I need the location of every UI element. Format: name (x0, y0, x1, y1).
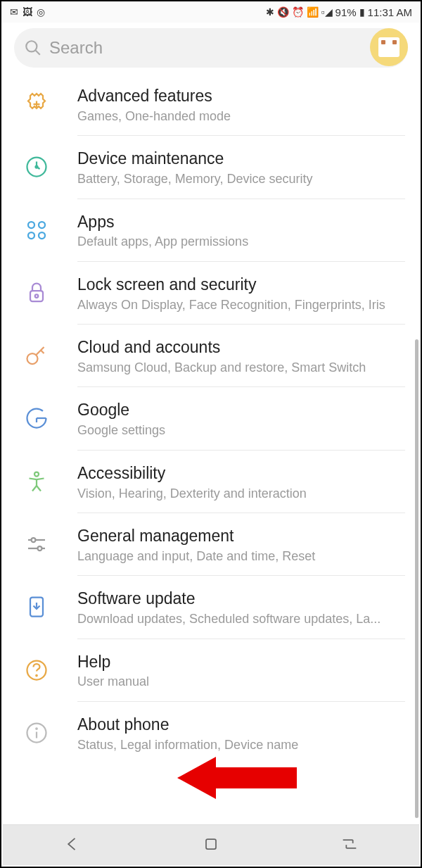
settings-list: Advanced features Games, One-handed mode… (1, 73, 421, 826)
setting-item-device-maintenance[interactable]: Device maintenance Battery, Storage, Mem… (1, 136, 421, 199)
svg-marker-24 (177, 757, 297, 799)
setting-title: Advanced features (77, 86, 405, 107)
setting-title: Device maintenance (77, 149, 405, 170)
accessibility-icon (21, 466, 52, 497)
setting-subtitle: Default apps, App permissions (77, 234, 405, 250)
setting-item-software-update[interactable]: Software update Download updates, Schedu… (1, 576, 421, 639)
setting-title: Accessibility (77, 463, 405, 484)
setting-item-general-management[interactable]: General management Language and input, D… (1, 513, 421, 576)
update-icon (21, 591, 52, 622)
status-right-icons: ✱ 🔇 ⏰ 📶 ▫◢ 91% ▮ 11:31 AM (266, 6, 412, 18)
battery-text: 91% (335, 6, 357, 18)
mute-icon: 🔇 (277, 6, 289, 18)
setting-item-help[interactable]: Help User manual (1, 639, 421, 702)
svg-point-9 (39, 232, 45, 239)
svg-point-15 (32, 538, 36, 542)
home-button[interactable] (201, 834, 221, 857)
setting-title: Help (77, 652, 405, 673)
svg-point-6 (28, 222, 34, 228)
lock-icon (21, 277, 52, 308)
setting-subtitle: Battery, Storage, Memory, Device securit… (77, 171, 405, 187)
svg-point-11 (35, 294, 39, 298)
setting-title: Lock screen and security (77, 275, 405, 296)
apps-icon (21, 215, 52, 246)
advanced-features-icon (21, 89, 52, 120)
setting-subtitle: User manual (77, 674, 405, 690)
mail-icon: ✉ (10, 6, 18, 18)
battery-icon: ▮ (359, 6, 365, 18)
instagram-icon: ◎ (37, 6, 45, 18)
bluetooth-icon: ✱ (266, 6, 274, 18)
google-icon (21, 403, 52, 434)
search-bar[interactable]: Search 🎤 (14, 28, 408, 68)
setting-subtitle: Always On Display, Face Recognition, Fin… (77, 297, 405, 313)
status-time: 11:31 AM (368, 6, 412, 18)
setting-title: General management (77, 526, 405, 547)
setting-title: Google (77, 400, 405, 421)
setting-title: About phone (77, 715, 405, 736)
setting-item-accessibility[interactable]: Accessibility Vision, Hearing, Dexterity… (1, 451, 421, 513)
navigation-bar (3, 824, 419, 865)
search-input[interactable]: Search (49, 38, 376, 58)
setting-subtitle: Language and input, Date and time, Reset (77, 548, 405, 565)
svg-point-0 (26, 41, 37, 51)
setting-title: Apps (77, 212, 405, 233)
setting-item-about-phone[interactable]: About phone Status, Legal information, D… (1, 702, 421, 765)
annotation-arrow-icon (177, 757, 297, 799)
setting-item-apps[interactable]: Apps Default apps, App permissions (1, 199, 421, 262)
svg-point-5 (36, 166, 38, 168)
sliders-icon (21, 529, 52, 560)
profile-avatar[interactable] (370, 28, 408, 66)
svg-line-1 (35, 50, 40, 55)
svg-point-8 (28, 232, 34, 239)
back-button[interactable] (63, 834, 82, 857)
alarm-icon: ⏰ (292, 6, 304, 18)
signal-icon: ▫◢ (321, 6, 333, 18)
search-icon (24, 39, 42, 57)
device-maintenance-icon (21, 151, 52, 182)
status-bar: ✉ 🖼 ◎ ✱ 🔇 ⏰ 📶 ▫◢ 91% ▮ 11:31 AM (1, 1, 421, 23)
recent-apps-button[interactable] (340, 834, 359, 857)
svg-point-7 (39, 222, 45, 228)
svg-point-13 (34, 472, 39, 476)
setting-subtitle: Status, Legal information, Device name (77, 737, 405, 753)
setting-subtitle: Vision, Hearing, Dexterity and interacti… (77, 486, 405, 502)
setting-item-google[interactable]: Google Google settings (1, 387, 421, 450)
setting-title: Cloud and accounts (77, 337, 405, 358)
key-icon (21, 340, 52, 371)
setting-item-cloud-accounts[interactable]: Cloud and accounts Samsung Cloud, Backup… (1, 325, 421, 387)
setting-subtitle: Download updates, Scheduled software upd… (77, 611, 405, 627)
gallery-icon: 🖼 (23, 6, 32, 18)
setting-title: Software update (77, 589, 405, 610)
setting-item-advanced-features[interactable]: Advanced features Games, One-handed mode (1, 73, 421, 136)
help-icon (21, 655, 52, 686)
info-icon (21, 717, 52, 748)
status-left-icons: ✉ 🖼 ◎ (10, 6, 45, 18)
setting-subtitle: Games, One-handed mode (77, 108, 405, 125)
wifi-icon: 📶 (307, 6, 319, 18)
scrollbar[interactable] (415, 339, 418, 818)
svg-rect-25 (206, 839, 216, 849)
svg-point-22 (36, 728, 37, 729)
svg-rect-10 (30, 291, 43, 301)
setting-subtitle: Google settings (77, 422, 405, 439)
setting-item-lock-screen[interactable]: Lock screen and security Always On Displ… (1, 262, 421, 325)
setting-subtitle: Samsung Cloud, Backup and restore, Smart… (77, 360, 405, 376)
svg-point-17 (38, 546, 42, 551)
svg-point-20 (36, 674, 37, 676)
